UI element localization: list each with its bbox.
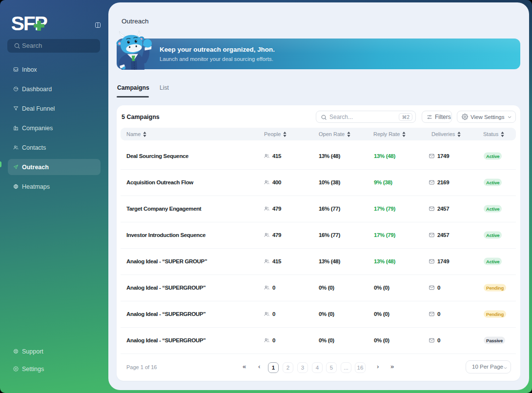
svg-text:P: P [35,16,48,31]
svg-text:SF: SF [12,16,35,31]
